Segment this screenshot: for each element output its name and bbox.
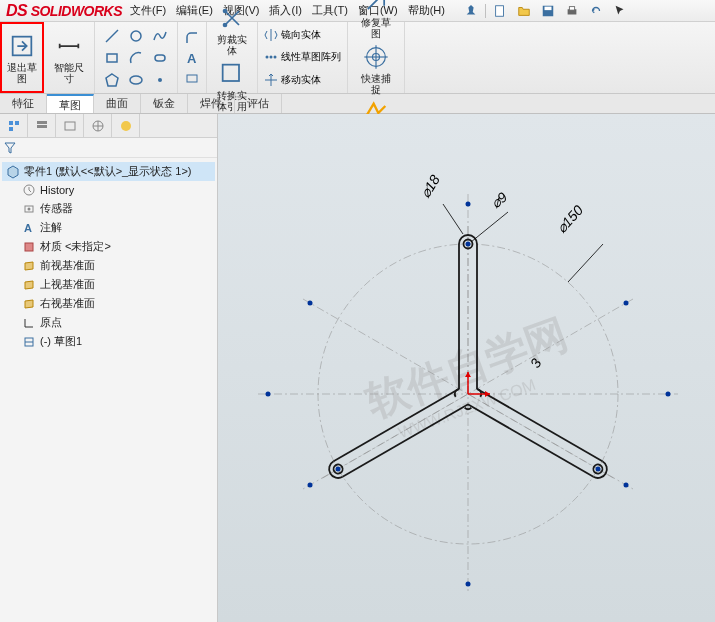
convert-icon — [218, 60, 246, 88]
spline-tool[interactable] — [149, 26, 171, 46]
select-icon[interactable] — [610, 2, 630, 20]
point-tool[interactable] — [149, 70, 171, 90]
main-menu: 文件(F) 编辑(E) 视图(V) 插入(I) 工具(T) 窗口(W) 帮助(H… — [130, 3, 445, 18]
svg-rect-8 — [107, 54, 117, 62]
pushpin-icon[interactable] — [461, 2, 481, 20]
tab-sheetmetal[interactable]: 钣金 — [141, 94, 188, 113]
tree-sensors[interactable]: 传感器 — [2, 199, 215, 218]
menu-insert[interactable]: 插入(I) — [269, 3, 301, 18]
tab-surfaces[interactable]: 曲面 — [94, 94, 141, 113]
tree-history[interactable]: History — [2, 181, 215, 199]
feature-tree-tab[interactable] — [0, 114, 28, 137]
exit-sketch-icon — [8, 32, 36, 60]
display-manager-tab[interactable] — [112, 114, 140, 137]
dimxpert-tab[interactable] — [84, 114, 112, 137]
svg-point-16 — [223, 8, 228, 13]
plane-tool[interactable] — [184, 70, 200, 86]
tree-sketch1[interactable]: (-) 草图1 — [2, 332, 215, 351]
line-tool[interactable] — [101, 26, 123, 46]
exit-sketch-button[interactable]: 退出草图 — [3, 30, 41, 86]
tree-history-label: History — [40, 184, 74, 196]
menu-help[interactable]: 帮助(H) — [408, 3, 445, 18]
panel-tabs — [0, 114, 217, 138]
undo-icon[interactable] — [586, 2, 606, 20]
relations-group: 显示/删除几何关系 修复草图 快速捕捉 快速草图 Instant2 — [348, 22, 405, 93]
text-tool[interactable]: A — [184, 50, 200, 66]
workspace: 零件1 (默认<<默认>_显示状态 1>) History 传感器 A 注解 材… — [0, 114, 715, 622]
tab-sketch[interactable]: 草图 — [47, 94, 94, 113]
exit-sketch-label: 退出草图 — [7, 62, 37, 84]
tree-front-plane-label: 前视基准面 — [40, 258, 95, 273]
move-button[interactable]: 移动实体 — [264, 73, 321, 87]
sketch-drawing: ⌀18 ⌀9 ⌀150 3 — [218, 114, 715, 622]
svg-rect-14 — [187, 75, 197, 82]
sketch-point — [624, 483, 629, 488]
property-manager-tab[interactable] — [28, 114, 56, 137]
dimension-d18[interactable]: ⌀18 — [417, 172, 463, 234]
svg-rect-45 — [15, 121, 19, 125]
quick-snap-icon — [362, 43, 390, 71]
tree-top-plane[interactable]: 上视基准面 — [2, 275, 215, 294]
menu-edit[interactable]: 编辑(E) — [176, 3, 213, 18]
arc-tool[interactable] — [125, 48, 147, 68]
tab-evaluate[interactable]: 评估 — [235, 94, 282, 113]
print-icon[interactable] — [562, 2, 582, 20]
mirror-button[interactable]: 镜向实体 — [264, 28, 321, 42]
tab-weldments[interactable]: 焊件 — [188, 94, 235, 113]
sketch-point — [596, 467, 601, 472]
trim-button[interactable]: 剪裁实体 — [213, 2, 251, 58]
svg-line-81 — [568, 244, 603, 282]
sketch-point — [466, 582, 471, 587]
linear-pattern-button[interactable]: 线性草图阵列 — [264, 50, 341, 64]
svg-marker-76 — [465, 372, 471, 377]
modify-group: 构造几何线 剪裁实体 转换实体引用 等距实体 — [207, 22, 258, 93]
rectangle-tool[interactable] — [101, 48, 123, 68]
funnel-icon[interactable] — [4, 142, 16, 154]
app-logo: DS SOLIDWORKS — [6, 2, 122, 20]
tree-origin[interactable]: 原点 — [2, 313, 215, 332]
circle-tool[interactable] — [125, 26, 147, 46]
tree-root-label: 零件1 (默认<<默认>_显示状态 1>) — [24, 164, 192, 179]
smart-dimension-button[interactable]: 智能尺寸 — [50, 30, 88, 86]
repair-sketch-button[interactable]: 修复草图 — [357, 0, 395, 41]
dimension-d3[interactable]: 3 — [527, 356, 545, 371]
menu-tools[interactable]: 工具(T) — [312, 3, 348, 18]
svg-line-6 — [106, 30, 118, 42]
part-icon — [6, 165, 20, 179]
mirror-label: 镜向实体 — [281, 28, 321, 42]
menu-file[interactable]: 文件(F) — [130, 3, 166, 18]
save-icon[interactable] — [538, 2, 558, 20]
tree-material-label: 材质 <未指定> — [40, 239, 111, 254]
svg-line-67 — [468, 404, 594, 477]
svg-text:A: A — [24, 222, 32, 234]
mirror-icon — [264, 28, 278, 42]
quick-snap-button[interactable]: 快速捕捉 — [357, 41, 395, 97]
slot-tool[interactable] — [149, 48, 171, 68]
history-icon — [22, 183, 36, 197]
tree-front-plane[interactable]: 前视基准面 — [2, 256, 215, 275]
open-icon[interactable] — [514, 2, 534, 20]
tree-origin-label: 原点 — [40, 315, 62, 330]
ellipse-tool[interactable] — [125, 70, 147, 90]
svg-point-23 — [274, 56, 277, 59]
tree-material[interactable]: 材质 <未指定> — [2, 237, 215, 256]
svg-rect-58 — [25, 243, 33, 251]
graphics-area[interactable]: 软件自学网 WWW.RJZXW.COM — [218, 114, 715, 622]
quick-snap-label: 快速捕捉 — [361, 73, 391, 95]
dimension-d150[interactable]: ⌀150 — [553, 202, 603, 282]
svg-line-66 — [477, 389, 603, 462]
svg-rect-0 — [496, 5, 504, 16]
ribbon-toolbar: 退出草图 智能尺寸 A 构造几何线 — [0, 22, 715, 94]
fillet-tool[interactable] — [184, 30, 200, 46]
configuration-tab[interactable] — [56, 114, 84, 137]
tree-annotations[interactable]: A 注解 — [2, 218, 215, 237]
polygon-tool[interactable] — [101, 70, 123, 90]
tab-features[interactable]: 特征 — [0, 94, 47, 113]
svg-rect-44 — [9, 121, 13, 125]
dimension-group: 智能尺寸 — [44, 22, 95, 93]
dimension-d9[interactable]: ⌀9 — [471, 189, 510, 242]
tree-root-part[interactable]: 零件1 (默认<<默认>_显示状态 1>) — [2, 162, 215, 181]
tree-right-plane[interactable]: 右视基准面 — [2, 294, 215, 313]
new-icon[interactable] — [490, 2, 510, 20]
logo-prefix: DS — [6, 2, 27, 19]
